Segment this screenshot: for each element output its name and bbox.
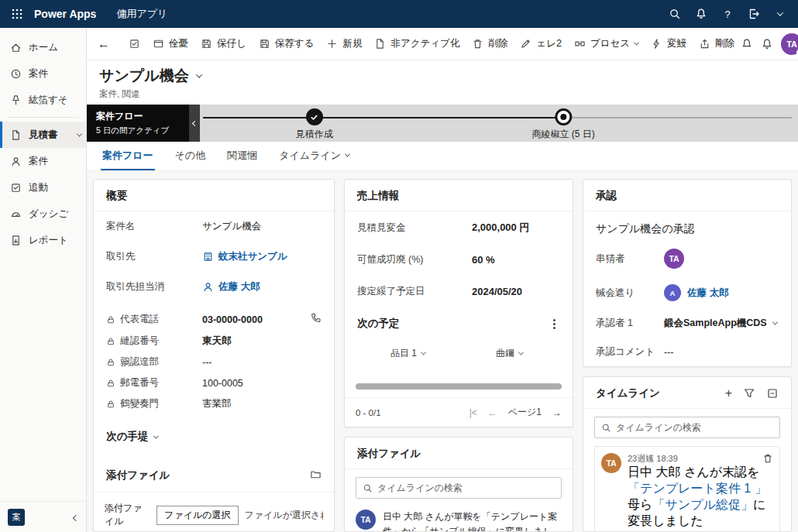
bpf-stage-quote-created[interactable]: 見積作成 [296,108,333,141]
assign-icon [520,38,531,50]
share-icon [699,38,710,50]
field-requester[interactable]: 串猜者 TA [583,241,791,276]
horizontal-scrollbar[interactable] [356,383,562,390]
phone-icon[interactable] [310,312,322,327]
field-estimated-amount[interactable]: 見積見変金 2,000,000 円 [345,211,573,244]
sidebar-item-dashboard[interactable]: ダッシご [0,201,86,227]
timeline-search-input[interactable] [616,422,773,433]
timeline-entry[interactable]: TA 23迴矱 18:39 日中 大郎 さんが末認を「テンプレート案件 1 」 [594,446,780,532]
chevron-down-icon[interactable] [767,0,793,28]
cmd-button-assign[interactable]: ェレ2 [514,33,568,56]
pager-prev-icon[interactable]: ← [488,407,497,418]
sidebar-item-recent[interactable]: 案件 [0,60,86,87]
expand-icon[interactable] [766,387,779,400]
app-badge[interactable]: 案 [8,509,25,526]
convert-icon [651,38,662,50]
sidebar-collapse-icon[interactable] [74,511,78,523]
search-icon[interactable] [662,0,688,28]
sidebar-item-pinned[interactable]: 紘箔すそ [0,87,86,113]
grid-column-item[interactable]: 品目 1 [357,347,459,360]
field-department[interactable]: 鶴變奏門 害業部 [94,393,334,414]
sidebar-item-cases[interactable]: 案件 [0,148,86,174]
field-locked-1[interactable]: 縺認番号 東天郎 [94,331,334,352]
next-steps-section[interactable]: 次の手堤 [94,420,334,453]
trash-icon[interactable] [762,453,773,464]
attachment-entry[interactable]: TA 日中 大郎 さんが單鞍を「テンプレート案件」から「サンプル総促」に変畏しま… [345,506,573,532]
file-select-button[interactable]: ファイルの選択 [157,506,238,525]
trash-icon [472,38,483,50]
save-as-icon [259,38,270,50]
filter-icon[interactable] [743,387,755,400]
grid-header: 品目 1 曲鑈 [345,340,573,371]
attachments-search-input[interactable] [377,482,555,493]
kebab-menu-icon[interactable] [553,323,556,325]
field-main-phone[interactable]: 代表電話 03-0000-0000 [94,308,334,331]
user-avatar[interactable]: TA [781,33,798,55]
title-chevron-icon[interactable] [196,71,202,77]
pager-first-icon[interactable]: |< [470,407,477,418]
lock-icon [106,379,115,388]
report-icon [10,235,22,246]
sidebar-item-home[interactable]: ホーム [0,34,86,60]
cmd-button-save[interactable]: 保仔し [194,33,253,56]
cmd-button-deactivate[interactable]: 非アクティブ化 [368,33,466,56]
cmd-button-window[interactable]: 佺憂 [146,33,194,56]
field-postal-code[interactable]: 郵電番号 100-0005 [94,372,334,393]
attachments-section: 添付ファイル [94,459,334,492]
help-icon[interactable]: ? [714,0,741,28]
page-subtitle: 案件, 閲違 [99,88,786,100]
bpf-stage-deal-close[interactable]: 商綾椒立 (5 日) [531,108,594,141]
field-contact[interactable]: 取引先担当消 佐藤 大郎 [94,272,334,302]
field-reviewer[interactable]: 輱会遮り A 佐藤 太郎 [583,276,791,309]
sidebar-item-quotes[interactable]: 見積書 [0,122,86,148]
topbar: Power Apps 傭用アプリ ? [0,0,798,28]
cmd-button-convert[interactable]: 変鰻 [645,33,693,56]
record-link[interactable]: 「サンプル総促」 [652,498,753,511]
cmd-button-process[interactable]: プロセス [568,33,645,56]
tab-timeline[interactable]: タイムライン [277,142,351,170]
folder-icon[interactable] [310,469,322,482]
record-link[interactable]: 「テンプレート案件 1 」 [628,482,767,495]
bpf-chip-title: 案件フロー [96,110,183,123]
attachments-search [356,477,562,499]
tab-case-flow[interactable]: 案件フロー [101,142,155,170]
field-locked-2[interactable]: 鶸認遑部 --- [94,352,334,372]
field-probability[interactable]: 可篚成㓛廃 (%) 60 % [345,244,573,276]
window-icon [153,38,164,50]
tab-other[interactable]: その他 [174,142,208,170]
chevron-down-icon [772,320,778,325]
bpf-connector [203,117,563,118]
approval-card: 承認 サンプル機会の承認 串猜者 TA 輱会遮り A 佐 [583,179,792,367]
notification-icon[interactable] [761,38,773,50]
approval-card-title: 承認 [596,189,617,203]
plus-icon [326,38,338,50]
cmd-button-save-as[interactable]: 保荐する [253,33,321,56]
pager-next-icon[interactable]: → [552,407,562,418]
add-icon[interactable]: + [725,387,732,400]
signout-icon[interactable] [741,0,767,28]
bell-icon[interactable] [688,0,714,28]
back-button[interactable]: ← [91,33,116,56]
command-bar: ← 佺憂 保仔し 保荐する 新 [87,28,798,60]
cmd-button-share[interactable]: 剛除 [693,33,741,56]
sidebar-item-reports[interactable]: レポート [0,227,86,253]
avatar[interactable]: TA [664,249,684,269]
alert-icon[interactable] [741,38,753,50]
bpf-stage-chip[interactable]: 案件フロー 5 日の間アクティブ [87,105,200,142]
field-approver-1[interactable]: 承認者 1 鍛会SampleApp機CDS [583,309,791,338]
bpf-collapse-icon[interactable] [189,105,200,142]
field-opportunity-name[interactable]: 案件名 サンプル機会 [94,211,334,242]
cmd-button-delete[interactable]: 削除 [466,33,514,56]
field-account[interactable]: 取引先 蚊末社サンプル [94,242,334,272]
grid-column-amount[interactable]: 曲鑈 [459,347,560,360]
cmd-button-new[interactable]: 新規 [320,33,368,56]
waffle-icon[interactable] [0,0,34,28]
field-est-close-date[interactable]: 搜定綏了予定日 2024/05/20 [345,276,573,307]
sidebar-item-activities[interactable]: 追動 [0,174,86,201]
select-records-icon[interactable] [122,33,146,56]
lock-icon [106,358,115,367]
tab-bar: 案件フロー その他 関運悃 タイムライン [87,142,798,171]
field-approval-comment[interactable]: 承認コメント --- [583,338,791,366]
app-brand[interactable]: Power Apps [34,8,96,20]
tab-related[interactable]: 関運悃 [225,142,259,170]
